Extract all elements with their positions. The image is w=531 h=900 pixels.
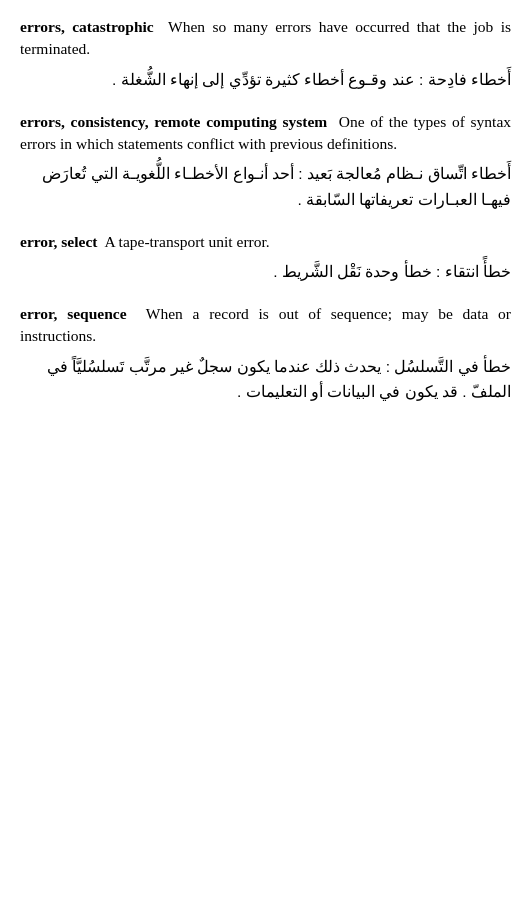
entry-arabic-text: خطأ في التَّسلسُل : يحدث ذلك عندما يكون …	[20, 354, 511, 405]
entry-title: error, sequence	[20, 305, 127, 322]
entry-error-sequence: error, sequence When a record is out of …	[20, 303, 511, 405]
entry-definition: A tape-transport unit error.	[101, 233, 269, 250]
entry-arabic-text: خطأً انتقاء : خطأ وحدة نَقْل الشَّريط .	[20, 259, 511, 285]
entry-title: errors, catastrophic	[20, 18, 154, 35]
entry-arabic-text: أَخطاء اتِّساق نـظام مُعالجة بَعيد : أحد…	[20, 161, 511, 212]
entry-title: errors, consistency, remote computing sy…	[20, 113, 327, 130]
entry-error-select: error, select A tape-transport unit erro…	[20, 231, 511, 285]
entry-arabic-text: أَخطاء فادِحة : عند وقـوع أخطاء كثيرة تؤ…	[20, 67, 511, 93]
entry-english-text: error, select A tape-transport unit erro…	[20, 231, 511, 253]
entry-errors-catastrophic: errors, catastrophic When so many errors…	[20, 16, 511, 93]
entry-english-text: errors, consistency, remote computing sy…	[20, 111, 511, 156]
entry-english-text: error, sequence When a record is out of …	[20, 303, 511, 348]
entry-title: error, select	[20, 233, 97, 250]
entry-errors-consistency: errors, consistency, remote computing sy…	[20, 111, 511, 213]
entry-english-text: errors, catastrophic When so many errors…	[20, 16, 511, 61]
